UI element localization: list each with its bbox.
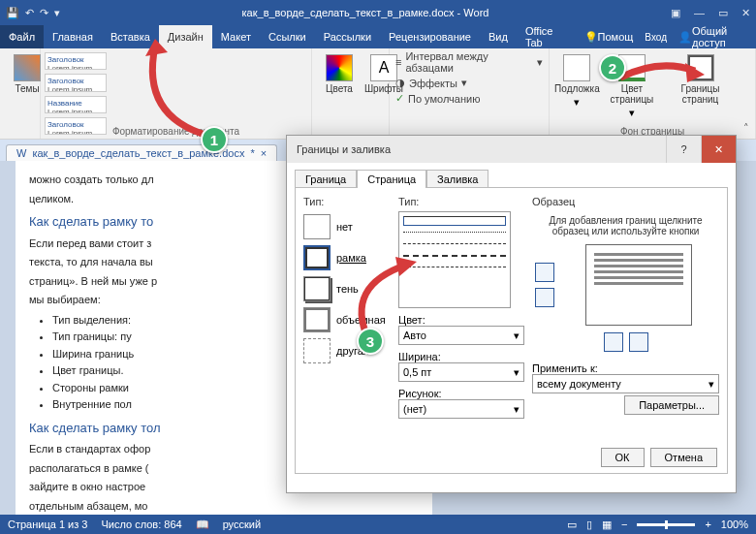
colors-button[interactable]: Цвета	[318, 52, 361, 96]
label-sample: Образец	[532, 196, 719, 207]
tab-references[interactable]: Ссылки	[260, 25, 315, 48]
annotation-badge-3: 3	[357, 328, 384, 355]
chevron-down-icon: ▾	[574, 96, 580, 109]
borders-shading-dialog: Границы и заливка ? ✕ Граница Страница З…	[286, 135, 737, 493]
edge-top-button[interactable]	[535, 263, 554, 282]
zoom-out-icon[interactable]: −	[621, 518, 627, 530]
chevron-down-icon: ▾	[629, 107, 635, 119]
tab-close-icon[interactable]: ×	[261, 147, 267, 159]
edge-bottom-button[interactable]	[535, 288, 554, 307]
apply-to-combo[interactable]: всему документу▾	[532, 374, 719, 393]
line-style-list[interactable]	[398, 211, 511, 308]
word-icon: W	[16, 147, 26, 159]
edge-right-button[interactable]	[629, 332, 648, 352]
collapse-ribbon-icon[interactable]: ˄	[743, 122, 749, 135]
watermark-button[interactable]: Подложка▾	[555, 52, 599, 137]
tab-mailings[interactable]: Рассылки	[315, 25, 380, 48]
line-style-item[interactable]	[403, 255, 506, 261]
chevron-down-icon: ▾	[537, 56, 543, 69]
dialog-tab-border[interactable]: Граница	[295, 170, 357, 188]
view-read-icon[interactable]: ▭	[567, 518, 577, 531]
window-controls: ▣ — ▭ ✕	[671, 7, 750, 19]
status-language[interactable]: русский	[223, 518, 261, 530]
zoom-slider[interactable]	[637, 523, 695, 526]
paragraph-spacing-button[interactable]: ≡Интервал между абзацами ▾	[395, 50, 543, 74]
view-web-icon[interactable]: ▦	[602, 518, 612, 531]
dialog-body: Тип: нет рамка тень объемная другая Тип:…	[295, 187, 728, 474]
label-color: Цвет:	[398, 314, 524, 326]
setting-none[interactable]: нет	[303, 214, 391, 239]
share-button[interactable]: 👤 Общий доступ	[673, 25, 756, 48]
maximize-icon[interactable]: ▭	[718, 7, 728, 19]
effects-button[interactable]: ◑Эффекты ▾	[395, 77, 543, 89]
custom-icon	[303, 338, 331, 363]
art-combo[interactable]: (нет)▾	[398, 399, 524, 419]
setting-shadow[interactable]: тень	[303, 276, 391, 301]
tab-home[interactable]: Главная	[44, 25, 102, 48]
ribbon: Темы ЗаголовокLorem ipsum dolor sit amet…	[0, 48, 756, 140]
ok-button[interactable]: ОК	[601, 448, 645, 467]
user-icon: 👤	[678, 31, 692, 44]
document-formatting-gallery[interactable]: ЗаголовокLorem ipsum dolor sit amet text…	[41, 48, 312, 139]
tab-view[interactable]: Вид	[480, 25, 517, 48]
undo-icon[interactable]: ↶	[25, 7, 34, 19]
label-width: Ширина:	[398, 351, 524, 362]
dialog-tab-fill[interactable]: Заливка	[426, 170, 488, 188]
login-button[interactable]: Вход	[639, 25, 673, 48]
zoom-level[interactable]: 100%	[721, 518, 748, 530]
setting-box[interactable]: рамка	[303, 245, 391, 270]
dialog-help-icon[interactable]: ?	[666, 136, 701, 163]
options-button[interactable]: Параметры...	[624, 395, 719, 415]
style-item[interactable]: ЗаголовокLorem ipsum dolor sit amet text	[45, 52, 107, 70]
setting-3d[interactable]: объемная	[303, 307, 391, 332]
tab-design[interactable]: Дизайн	[159, 25, 212, 48]
border-style-column: Тип: Цвет: Авто▾ Ширина: 0,5 пт▾ Рисунок…	[398, 196, 524, 465]
status-bar: Страница 1 из 3 Число слов: 864 📖 русски…	[0, 515, 756, 534]
dialog-close-icon[interactable]: ✕	[701, 136, 736, 163]
chevron-down-icon: ▾	[514, 403, 520, 416]
line-style-item[interactable]	[403, 243, 506, 249]
edge-left-button[interactable]	[604, 332, 623, 352]
tab-layout[interactable]: Макет	[212, 25, 260, 48]
document-tab[interactable]: W как_в_ворде_сделать_текст_в_рамке.docx…	[6, 144, 277, 161]
tab-review[interactable]: Рецензирование	[380, 25, 480, 48]
zoom-in-icon[interactable]: +	[705, 518, 710, 530]
save-icon[interactable]: 💾	[6, 7, 19, 19]
tab-officetab[interactable]: Office Tab	[517, 25, 579, 48]
color-combo[interactable]: Авто▾	[398, 326, 524, 345]
sample-help-text: Для добавления границ щелкните образец и…	[532, 215, 719, 236]
help-button[interactable]: 💡Помощ	[579, 25, 640, 48]
dialog-tab-page[interactable]: Страница	[357, 170, 426, 188]
close-icon[interactable]: ✕	[741, 7, 750, 19]
qat-dropdown-icon[interactable]: ▾	[54, 7, 60, 19]
chevron-down-icon: ▾	[514, 330, 520, 342]
cancel-button[interactable]: Отмена	[650, 448, 717, 467]
effects-icon: ◑	[395, 77, 405, 89]
page-borders-button[interactable]: Границы страниц	[665, 52, 736, 137]
ribbon-options-icon[interactable]: ▣	[671, 7, 680, 19]
width-combo[interactable]: 0,5 пт▾	[398, 362, 524, 382]
chevron-down-icon: ▾	[461, 77, 467, 89]
redo-icon[interactable]: ↷	[40, 7, 48, 19]
preview-column: Образец Для добавления границ щелкните о…	[532, 196, 719, 465]
tab-insert[interactable]: Вставка	[102, 25, 159, 48]
window-title: как_в_ворде_сделать_текст_в_рамке.docx -…	[242, 7, 489, 18]
check-icon: ✓	[395, 92, 404, 105]
status-word-count[interactable]: Число слов: 864	[101, 518, 181, 530]
threed-icon	[303, 307, 331, 332]
line-style-item[interactable]	[403, 267, 506, 272]
status-page[interactable]: Страница 1 из 3	[8, 518, 87, 530]
minimize-icon[interactable]: —	[694, 7, 705, 19]
spellcheck-icon[interactable]: 📖	[196, 518, 209, 531]
dialog-title: Границы и заливка	[297, 143, 391, 155]
style-item[interactable]: ЗаголовокLorem ipsum dolor sit amet text	[45, 74, 107, 91]
line-style-item[interactable]	[403, 216, 506, 226]
set-default-button[interactable]: ✓По умолчанию	[395, 92, 543, 105]
line-style-item[interactable]	[403, 232, 506, 237]
annotation-badge-1: 1	[201, 126, 228, 153]
style-item[interactable]: НазваниеLorem ipsum dolor sit amet text	[45, 96, 107, 113]
tab-file[interactable]: Файл	[0, 25, 44, 48]
chevron-down-icon: ▾	[514, 366, 520, 379]
view-print-icon[interactable]: ▯	[586, 518, 592, 531]
quick-access-toolbar: 💾 ↶ ↷ ▾	[6, 7, 60, 19]
